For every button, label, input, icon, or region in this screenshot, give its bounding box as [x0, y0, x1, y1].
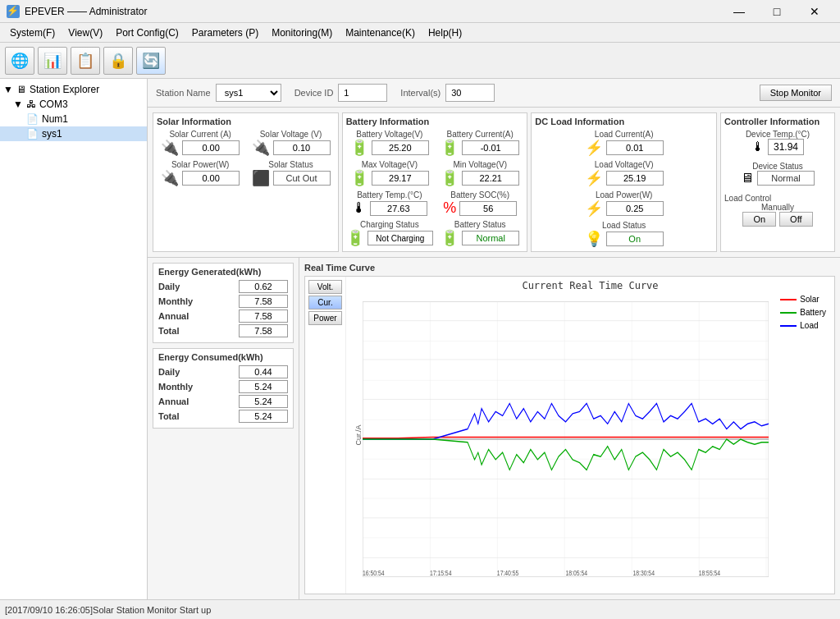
bottom-area: Energy Generated(kWh) Daily 0.62 Monthly…: [148, 258, 840, 599]
legend-solar-label: Solar: [800, 293, 819, 306]
load-current-label: Load Current(A): [595, 130, 654, 139]
chart-power-button[interactable]: Power: [308, 311, 342, 325]
close-button[interactable]: ✕: [796, 0, 833, 23]
chart-main-title: Current Real Time Curve: [346, 280, 834, 291]
solar-current-value: 0.00: [182, 140, 240, 155]
interval-field: Interval(s): [400, 84, 495, 102]
manually-label: Manually: [724, 203, 831, 212]
device-status-value: Normal: [757, 171, 815, 186]
energy-panels: Energy Generated(kWh) Daily 0.62 Monthly…: [148, 258, 299, 599]
solar-title: Solar Information: [157, 117, 335, 126]
load-voltage-icon: ⚡: [585, 169, 603, 187]
legend-solar: Solar: [780, 293, 826, 306]
sidebar-item-num1[interactable]: 📄 Num1: [0, 112, 147, 126]
sidebar-item-com3[interactable]: ▼ 🖧 COM3: [0, 97, 147, 112]
energy-con-total-row: Total 5.24: [158, 410, 288, 423]
menu-view[interactable]: View(V): [62, 25, 109, 40]
energy-gen-monthly-value: 7.58: [239, 295, 288, 308]
battery-info-section: Battery Information Battery Voltage(V) 🔋…: [342, 112, 528, 252]
battery-soc-icon: %: [443, 199, 456, 217]
battery-min-icon: 🔋: [441, 169, 459, 187]
energy-consumed-section: Energy Consumed(kWh) Daily 0.44 Monthly …: [153, 348, 294, 429]
solar-info-section: Solar Information Solar Current (A) 🔌 0.…: [153, 112, 339, 252]
window-controls: — □ ✕: [720, 0, 833, 23]
load-current-icon: ⚡: [585, 139, 603, 157]
energy-con-daily-label: Daily: [158, 367, 180, 377]
legend-battery-color: [780, 312, 797, 314]
svg-text:18:30:54: 18:30:54: [632, 567, 655, 577]
menu-system[interactable]: System(F): [3, 25, 62, 40]
charging-icon: 🔋: [346, 229, 364, 247]
energy-gen-total-label: Total: [158, 326, 179, 336]
device-id-field: Device ID: [294, 84, 388, 102]
stop-monitor-button[interactable]: Stop Monitor: [760, 85, 832, 101]
sidebar-item-station-explorer[interactable]: ▼ 🖥 Station Explorer: [0, 82, 147, 97]
battery-max-icon: 🔋: [350, 169, 368, 187]
interval-label: Interval(s): [400, 88, 441, 98]
charging-status-value: Not Charging: [368, 231, 433, 245]
legend-load-label: Load: [800, 319, 818, 332]
load-status-label: Load Status: [602, 221, 646, 230]
sidebar-item-sys1[interactable]: 📄 sys1: [0, 126, 147, 141]
solar-current-item: Solar Current (A) 🔌 0.00: [157, 130, 244, 157]
content-area: Station Name sys1 Device ID Interval(s) …: [148, 79, 840, 599]
load-on-button[interactable]: On: [742, 212, 776, 227]
energy-generated-title: Energy Generated(kWh): [158, 267, 288, 277]
chart-svg: 15 10 5 0 -5 -10 -15 16:50:54 17:15:54 1…: [363, 301, 769, 577]
toolbar-btn-4[interactable]: 🔒: [103, 47, 133, 75]
status-text: [2017/09/10 16:26:05]Solar Station Monit…: [5, 605, 211, 615]
svg-text:17:40:55: 17:40:55: [497, 567, 519, 577]
com-icon: 🖧: [26, 99, 36, 110]
load-voltage-label: Load Voltage(V): [595, 160, 654, 169]
charging-status-item: Charging Status 🔋 Not Charging: [346, 220, 433, 247]
svg-text:17:15:54: 17:15:54: [430, 567, 452, 577]
chart-cur-button[interactable]: Cur.: [308, 296, 342, 310]
toolbar-btn-5[interactable]: 🔄: [136, 47, 166, 75]
toolbar-btn-2[interactable]: 📊: [38, 47, 67, 75]
minimize-button[interactable]: —: [720, 0, 758, 23]
battery-max-voltage-value: 29.17: [372, 171, 429, 186]
expand-icon-com: ▼: [13, 99, 23, 110]
solar-power-label: Solar Power(W): [171, 160, 230, 169]
menu-port-config[interactable]: Port Config(C): [109, 25, 185, 40]
energy-con-monthly-row: Monthly 5.24: [158, 380, 288, 393]
maximize-button[interactable]: □: [758, 0, 796, 23]
load-status-value: On: [606, 232, 664, 246]
menu-parameters[interactable]: Parameters (P): [185, 25, 265, 40]
solar-power-value: 0.00: [182, 171, 240, 186]
solar-status-label: Solar Status: [268, 160, 313, 169]
num1-icon: 📄: [26, 113, 39, 125]
load-power-value: 0.25: [606, 201, 664, 216]
battery-status-item: Battery Status 🔋 Normal: [436, 220, 523, 247]
svg-text:16:50:54: 16:50:54: [363, 567, 385, 577]
load-status-icon: 💡: [585, 230, 603, 248]
menu-monitoring[interactable]: Monitoring(M): [265, 25, 339, 40]
legend-battery: Battery: [780, 306, 826, 319]
energy-con-monthly-label: Monthly: [158, 382, 193, 392]
title-bar: ⚡ EPEVER —— Administrator — □ ✕: [0, 0, 840, 23]
expand-icon: ▼: [3, 84, 13, 95]
menu-maintenance[interactable]: Maintenance(K): [339, 25, 422, 40]
toolbar-btn-1[interactable]: 🌐: [5, 47, 34, 75]
energy-con-total-label: Total: [158, 411, 179, 421]
energy-con-daily-value: 0.44: [239, 365, 288, 378]
battery-temp-value: 27.63: [370, 201, 427, 216]
solar-status-icon: ⬛: [252, 169, 270, 187]
device-id-label: Device ID: [294, 88, 334, 98]
menu-help[interactable]: Help(H): [422, 25, 468, 40]
station-name-field: Station Name sys1: [156, 84, 281, 102]
energy-gen-annual-label: Annual: [158, 311, 189, 321]
app-icon: ⚡: [7, 5, 20, 18]
chart-volt-button[interactable]: Volt.: [308, 280, 342, 294]
svg-text:18:05:54: 18:05:54: [566, 567, 588, 577]
toolbar-btn-3[interactable]: 📋: [71, 47, 100, 75]
load-voltage-item: Load Voltage(V) ⚡ 25.19: [535, 160, 713, 187]
interval-input[interactable]: [445, 84, 495, 102]
battery-min-voltage-label: Min Voltage(V): [453, 160, 507, 169]
device-id-input[interactable]: [338, 84, 387, 102]
load-off-button[interactable]: Off: [779, 212, 812, 227]
chart-section-title: Real Time Curve: [304, 263, 835, 273]
battery-current-item: Battery Current(A) 🔋 -0.01: [436, 130, 523, 157]
load-current-value: 0.01: [606, 140, 664, 155]
station-name-select[interactable]: sys1: [216, 84, 281, 102]
